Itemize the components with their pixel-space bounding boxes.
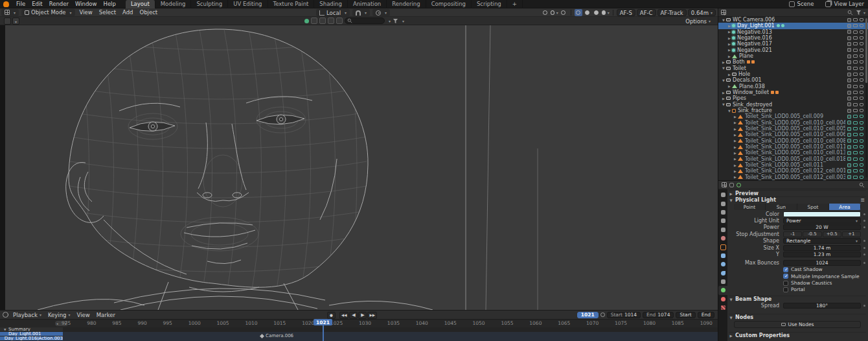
use-nodes-button[interactable]: Use Nodes [734, 321, 861, 328]
expand-arrow-icon[interactable] [733, 121, 738, 124]
selectable-checkbox-icon[interactable] [847, 42, 851, 46]
viewport-visibility-icon[interactable] [853, 163, 858, 167]
outliner-row[interactable]: Negative.016 [718, 35, 868, 41]
workspace-tab[interactable]: Scripting [472, 0, 507, 8]
selectable-checkbox-icon[interactable] [847, 145, 851, 149]
outliner-row[interactable]: Both [718, 59, 868, 65]
viewport-visibility-icon[interactable] [853, 97, 858, 100]
viewport-visibility-icon[interactable] [853, 151, 858, 154]
frame-start-field[interactable]: Start1014 [607, 312, 641, 318]
viewport-visibility-icon[interactable] [853, 121, 858, 124]
autofocus-button[interactable]: AF-Track [657, 9, 687, 16]
expand-arrow-icon[interactable] [721, 60, 726, 64]
selectable-checkbox-icon[interactable] [847, 102, 851, 106]
panel-preview[interactable]: Preview [729, 190, 866, 196]
viewport-visibility-icon[interactable] [853, 78, 858, 82]
selectable-checkbox-icon[interactable] [847, 48, 851, 52]
expand-arrow-icon[interactable] [721, 66, 726, 70]
filter-toggle-2[interactable] [319, 18, 326, 24]
light-color-swatch[interactable] [783, 211, 861, 217]
light-type-button[interactable]: Spot [797, 204, 829, 210]
outliner-row[interactable]: Toilet_Sink_LOD0.005_cell.010_cell.013 [718, 150, 868, 156]
checkbox-icon[interactable] [783, 281, 788, 286]
checkbox-icon[interactable] [783, 287, 788, 292]
selectable-checkbox-icon[interactable] [847, 18, 851, 22]
autofocus-button[interactable]: AF-S [617, 9, 635, 16]
outliner-row[interactable]: Negative.013 [718, 29, 868, 35]
viewport-visibility-icon[interactable] [853, 73, 858, 76]
viewport-menu-item[interactable]: Select [96, 8, 119, 17]
selectable-checkbox-icon[interactable] [847, 169, 851, 173]
filter-toggle-3[interactable] [328, 18, 334, 24]
tab-particles[interactable] [718, 260, 727, 268]
selectable-checkbox-icon[interactable] [847, 121, 851, 124]
selectable-checkbox-icon[interactable] [847, 73, 851, 76]
outliner-row[interactable]: WC Camera.006 [718, 17, 868, 23]
show-gizmo-toggle[interactable] [542, 9, 549, 16]
play-reverse-button[interactable]: ◀ [349, 312, 358, 319]
outliner-row[interactable]: Toilet_Sink_LOD0.005_cell.010_cell.018 [718, 156, 868, 162]
light-type-button[interactable]: Point [734, 204, 766, 210]
selectable-checkbox-icon[interactable] [847, 36, 851, 40]
outliner-filter-caret[interactable] [862, 9, 865, 16]
tab-texture[interactable] [718, 303, 727, 312]
scene-selector[interactable]: Scene [797, 1, 814, 7]
selectable-checkbox-icon[interactable] [847, 109, 851, 113]
viewport-menu-item[interactable]: View [76, 8, 96, 17]
shading-material-button[interactable] [593, 9, 600, 16]
workspace-tab[interactable]: Layout [126, 0, 155, 8]
timeline-menu-item[interactable]: Keying [45, 311, 74, 319]
checkbox-icon[interactable] [783, 267, 788, 272]
expand-arrow-icon[interactable] [727, 73, 732, 76]
funnel-caret[interactable] [400, 18, 404, 24]
outliner-search-icon[interactable] [847, 10, 853, 16]
selectable-checkbox-icon[interactable] [847, 139, 851, 143]
panel-custom-properties[interactable]: Custom Properties [729, 332, 866, 338]
selectable-checkbox-icon[interactable] [847, 157, 851, 161]
viewport-visibility-icon[interactable] [853, 49, 858, 52]
outliner-row[interactable]: Toilet_Sink_LOD0.005_cell.010_cell.004 [718, 120, 868, 126]
selectable-checkbox-icon[interactable] [847, 91, 851, 95]
add-workspace-button[interactable]: + [507, 0, 523, 8]
outliner-row[interactable]: Toilet [718, 65, 868, 71]
expand-arrow-icon[interactable] [721, 102, 726, 106]
tab-output[interactable] [718, 208, 727, 217]
size-y-field[interactable]: 1.23 m [783, 252, 861, 257]
funnel-icon[interactable] [393, 18, 398, 24]
expand-arrow-icon[interactable] [727, 109, 732, 113]
expand-arrow-icon[interactable] [733, 127, 738, 131]
expand-arrow-icon[interactable] [721, 91, 726, 95]
light-type-button[interactable]: Sun [766, 204, 797, 210]
viewport-visibility-icon[interactable] [853, 36, 858, 40]
workspace-tab[interactable]: Shading [314, 0, 348, 8]
snap-dropdown[interactable] [352, 9, 370, 16]
render-visibility-icon[interactable] [860, 91, 863, 94]
render-visibility-icon[interactable] [860, 18, 863, 21]
viewport-visibility-icon[interactable] [853, 103, 858, 106]
expand-arrow-icon[interactable] [727, 42, 732, 46]
channel-expand-icon[interactable] [4, 328, 8, 331]
shading-wireframe-button[interactable] [575, 9, 582, 16]
outliner-row[interactable]: Toilet_Sink_LOD0.005_cell.010_cell.005 [718, 126, 868, 132]
tab-world[interactable] [718, 234, 727, 242]
expand-arrow-icon[interactable] [727, 84, 732, 88]
workspace-tab[interactable]: Sculpting [191, 0, 228, 8]
render-visibility-icon[interactable] [860, 78, 863, 82]
tab-scene[interactable] [718, 226, 727, 234]
workspace-tab[interactable]: Modeling [155, 0, 192, 8]
select-box-tool-button[interactable] [12, 18, 19, 25]
view-layer-selector[interactable]: View Layer [834, 1, 864, 7]
workspace-tab[interactable]: Compositing [426, 0, 472, 8]
viewport-visibility-icon[interactable] [853, 60, 858, 64]
expand-arrow-icon[interactable] [727, 48, 732, 52]
playhead-frame-badge[interactable]: 1021 [314, 319, 332, 325]
end-button[interactable]: End [698, 312, 714, 318]
stop-adjust-button[interactable]: -0.5 [803, 231, 821, 237]
outliner-row[interactable]: Window_toilet [718, 89, 868, 95]
outliner-editor-type-button[interactable] [721, 10, 726, 15]
light-option-toggle[interactable]: Cast Shadow [729, 266, 866, 273]
size-x-field[interactable]: 1.74 m [783, 245, 861, 251]
expand-arrow-icon[interactable] [733, 151, 738, 155]
expand-arrow-icon[interactable] [727, 30, 732, 34]
outliner-row[interactable]: Negative.017 [718, 41, 868, 47]
